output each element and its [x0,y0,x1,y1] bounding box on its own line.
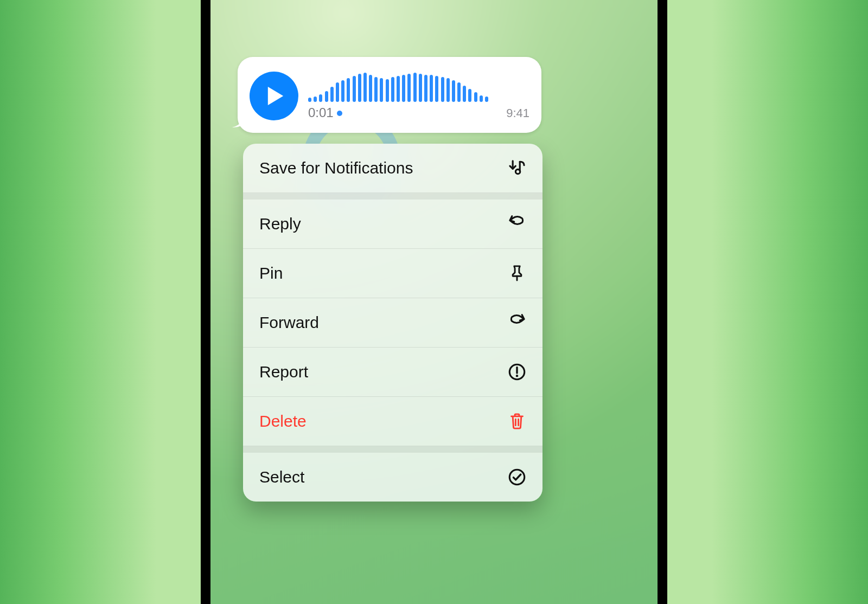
menu-separator [243,446,542,453]
waveform-bar [480,95,483,102]
reply-icon [508,215,526,233]
menu-item-delete[interactable]: Delete [243,397,542,446]
menu-item-label: Select [259,468,304,486]
waveform-bar [485,97,488,102]
trash-icon [508,412,526,430]
waveform-bar [424,75,427,102]
waveform-bar [319,94,322,102]
waveform-bar [413,73,417,102]
menu-item-label: Reply [259,215,301,233]
waveform-bar [463,86,466,102]
menu-item-report[interactable]: Report [243,348,542,397]
waveform-bar [407,74,411,102]
voice-message-bubble[interactable]: 0:01 9:41 [238,57,541,133]
waveform-bar [402,75,405,102]
menu-item-label: Forward [259,313,319,332]
waveform-bar [468,89,471,102]
waveform-bar [391,77,394,102]
message-timestamp: 9:41 [506,106,529,120]
waveform-bar [353,76,356,102]
waveform-bar [419,74,422,102]
menu-item-label: Report [259,363,308,381]
waveform-bar [308,98,311,102]
waveform-bar [336,82,339,102]
select-icon [508,468,526,486]
menu-item-label: Delete [259,412,307,430]
waveform-bar [341,80,344,102]
bubble-tail [232,113,246,127]
waveform-bar [441,77,444,102]
context-menu: Save for NotificationsReplyPinForwardRep… [243,144,542,502]
report-icon [508,363,526,381]
waveform-bar [325,91,328,102]
menu-item-save-notifications[interactable]: Save for Notifications [243,144,542,193]
pin-icon [508,264,526,282]
voice-message-meta: 0:01 9:41 [308,105,529,120]
waveform-bar [347,78,350,102]
phone-frame: 0:01 9:41 Save for NotificationsReplyPin… [201,0,667,604]
menu-item-label: Save for Notifications [259,159,413,177]
waveform-bar [374,77,378,102]
waveform-bar [369,75,372,102]
menu-item-select[interactable]: Select [243,453,542,502]
waveform-bar [430,75,433,102]
waveform-bar [474,92,477,102]
phone-screen: 0:01 9:41 Save for NotificationsReplyPin… [210,0,658,604]
waveform-bar [452,80,455,102]
menu-separator [243,193,542,200]
waveform-bar [446,78,450,102]
waveform-bar [358,74,361,102]
waveform-bar [386,79,389,102]
play-button[interactable] [250,72,298,120]
menu-item-reply[interactable]: Reply [243,200,542,249]
voice-message-body: 0:01 9:41 [308,67,529,125]
waveform[interactable] [308,72,529,102]
menu-item-pin[interactable]: Pin [243,249,542,298]
waveform-bar [314,97,317,102]
waveform-bar [363,73,367,102]
waveform-bar [397,76,400,102]
menu-item-forward[interactable]: Forward [243,298,542,348]
waveform-bar [380,78,383,102]
save-tone-icon [508,159,526,177]
waveform-bar [435,76,438,102]
voice-duration: 0:01 [308,105,334,120]
waveform-bar [457,82,461,102]
play-icon [266,85,285,107]
forward-icon [508,313,526,332]
waveform-bar [330,87,334,102]
menu-item-label: Pin [259,264,283,282]
unplayed-dot-icon [337,111,342,116]
app-stage: 0:01 9:41 Save for NotificationsReplyPin… [0,0,868,604]
